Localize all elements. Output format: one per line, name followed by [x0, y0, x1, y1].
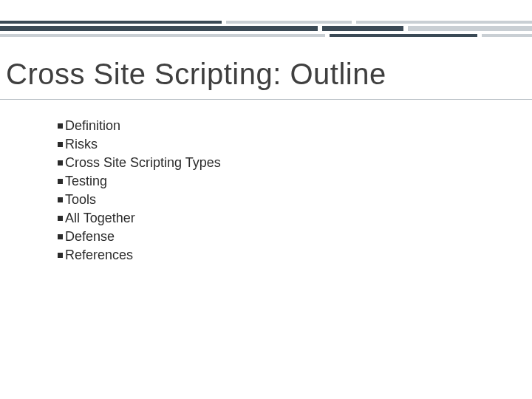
outline-list: Definition Risks Cross Site Scripting Ty…	[58, 117, 221, 265]
bullet-icon	[58, 160, 63, 166]
list-item-label: Risks	[65, 135, 98, 154]
slide: Cross Site Scripting: Outline Definition…	[0, 0, 532, 399]
bullet-icon	[58, 253, 63, 258]
decorative-bars	[0, 21, 532, 39]
list-item: References	[58, 246, 221, 265]
list-item-label: Tools	[65, 191, 96, 209]
list-item-label: Defense	[65, 228, 115, 246]
title-underline	[0, 99, 532, 100]
bullet-icon	[58, 216, 63, 221]
list-item-label: Definition	[65, 117, 120, 135]
list-item-label: Testing	[65, 172, 107, 191]
list-item: Defense	[58, 228, 221, 246]
slide-title: Cross Site Scripting: Outline	[6, 58, 386, 91]
bullet-icon	[58, 142, 63, 147]
list-item: Tools	[58, 191, 221, 209]
list-item: Definition	[58, 117, 221, 135]
list-item: All Together	[58, 209, 221, 228]
list-item-label: References	[65, 246, 133, 265]
list-item: Testing	[58, 172, 221, 191]
list-item-label: Cross Site Scripting Types	[65, 154, 221, 172]
list-item: Risks	[58, 135, 221, 154]
bullet-icon	[58, 197, 63, 202]
bullet-icon	[58, 123, 63, 129]
list-item-label: All Together	[65, 209, 135, 228]
bullet-icon	[58, 179, 63, 184]
list-item: Cross Site Scripting Types	[58, 154, 221, 172]
bullet-icon	[58, 234, 63, 239]
